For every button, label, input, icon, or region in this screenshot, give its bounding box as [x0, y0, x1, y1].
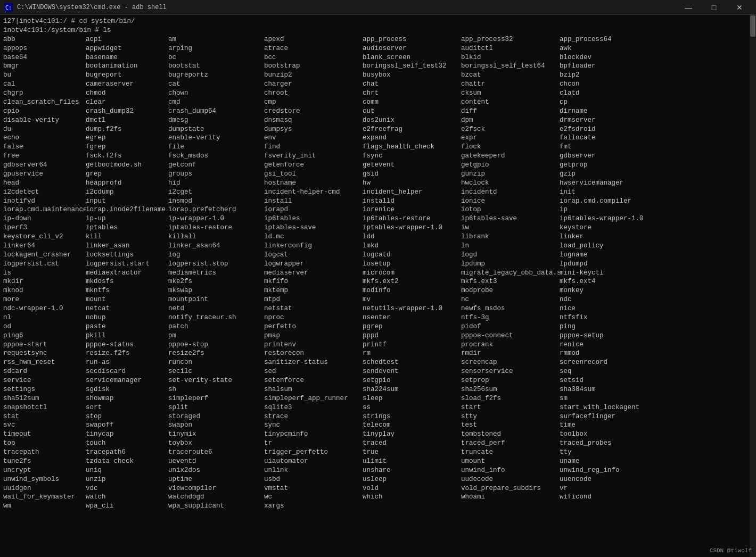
ls-item: printenv	[264, 340, 363, 350]
ls-item: linker64	[3, 242, 86, 251]
ls-item: iptables	[86, 223, 168, 232]
ls-item: keystore	[560, 223, 658, 232]
ls-item: gdbserver64	[3, 161, 86, 170]
ls-item: app_process64	[560, 35, 658, 44]
cmd-line-2: inotv4c101:/system/bin # ls	[3, 26, 753, 35]
ls-item: iperf3	[3, 223, 86, 232]
ls-item: traced	[363, 439, 461, 448]
ls-item: hwservicemanager	[560, 179, 658, 188]
ls-item: chmod	[86, 89, 168, 98]
ls-item: sgdisk	[86, 385, 168, 394]
ls-item: uudecode	[461, 475, 560, 484]
ls-item: tracepath	[3, 448, 86, 457]
maximize-button[interactable]: □	[702, 0, 726, 15]
ls-item: boringssl_self_test32	[363, 62, 461, 71]
ls-item: hid	[168, 179, 264, 188]
ls-item: netstat	[264, 304, 363, 313]
ls-item: sensorservice	[461, 367, 560, 376]
ls-item: vold_prepare_subdirs	[461, 484, 560, 493]
ls-item: mediametrics	[168, 269, 264, 278]
ls-item: pppoe-start	[3, 340, 86, 350]
ls-item: getenforce	[264, 161, 363, 170]
ls-item: tr	[264, 439, 363, 448]
ls-item: arping	[168, 44, 264, 53]
ls-item: printf	[363, 340, 461, 350]
ls-item: mediaextractor	[86, 269, 168, 278]
ls-item: mtpd	[264, 295, 363, 304]
ls-item: set-verity-state	[168, 376, 264, 385]
ls-item: fallocate	[560, 134, 658, 143]
ls-item: insmod	[168, 197, 264, 206]
ls-item: boringssl_self_test64	[461, 62, 560, 71]
ls-item: tinypcminfo	[264, 430, 363, 439]
ls-item: dos2unix	[363, 116, 461, 125]
ls-item: content	[461, 98, 560, 107]
ls-item: iotop	[461, 205, 560, 214]
title-bar-controls: — □ ✕	[676, 0, 752, 15]
ls-item: sha224sum	[363, 385, 461, 394]
ls-item: load_policy	[560, 242, 658, 251]
ls-item: gpuservice	[3, 170, 86, 179]
ls-item: migrate_legacy_obb_data.sh	[461, 269, 560, 278]
ls-item: paste	[86, 322, 168, 331]
ls-item: linkerconfig	[264, 242, 363, 251]
ls-item: pppoe-setup	[560, 331, 658, 340]
ls-item: comm	[363, 98, 461, 107]
scrollbar-thumb[interactable]	[750, 15, 755, 37]
ls-item: chroot	[264, 89, 363, 98]
ls-item: iptables-save	[264, 223, 363, 232]
ls-item: restorecon	[264, 349, 363, 358]
ls-item: ntfs-3g	[461, 313, 560, 322]
ls-item: chat	[363, 80, 461, 89]
ls-item: run-as	[86, 358, 168, 367]
ls-item: cksum	[461, 89, 560, 98]
watermark: CSDN @tiwolf	[710, 547, 752, 554]
ls-item: runcon	[168, 358, 264, 367]
ls-item: busybox	[363, 71, 461, 80]
ls-item: locksettings	[86, 251, 168, 260]
ls-item: iorenice	[363, 205, 461, 214]
ls-item: sanitizer-status	[264, 358, 363, 367]
ls-item: clean_scratch_files	[3, 98, 86, 107]
ls-item: nc	[461, 295, 560, 304]
ls-item: bootanimation	[86, 62, 168, 71]
ls-item: kill	[86, 232, 168, 242]
ls-item: rmmod	[560, 349, 658, 358]
ls-item: sm	[560, 394, 658, 403]
scrollbar[interactable]	[750, 15, 756, 557]
ls-item: pppd	[363, 331, 461, 340]
ls-item: traced_perf	[461, 439, 560, 448]
ls-item: dumpstate	[168, 125, 264, 134]
ls-item: ntfsfix	[560, 313, 658, 322]
minimize-button[interactable]: —	[676, 0, 701, 15]
ls-item: echo	[3, 134, 86, 143]
ls-item: iw	[461, 223, 560, 232]
ls-item: keystore_cli_v2	[3, 232, 86, 242]
ls-item: mkfs.ext2	[363, 277, 461, 286]
ls-item: du	[3, 125, 86, 134]
ls-item: tombstoned	[461, 430, 560, 439]
ls-item: librank	[461, 232, 560, 242]
ls-item: vmstat	[264, 484, 363, 493]
ls-item: unwind_reg_info	[560, 466, 658, 475]
ls-item: expr	[461, 134, 560, 143]
ls-item: monkey	[560, 286, 658, 295]
close-button[interactable]: ✕	[727, 0, 752, 15]
ls-item: unzip	[86, 475, 168, 484]
ls-item: installd	[363, 197, 461, 206]
ls-item: losetup	[363, 260, 461, 269]
ls-item: xargs	[264, 502, 363, 511]
ls-item: hostname	[264, 179, 363, 188]
ls-item: schedtest	[363, 358, 461, 367]
ls-item: lmkd	[363, 242, 461, 251]
cmd-line-1: 127|inotv4c101:/ # cd system/bin/	[3, 17, 753, 26]
ls-item: logwrapper	[264, 260, 363, 269]
ls-item: sed	[264, 367, 363, 376]
ls-item: acpi	[86, 35, 168, 44]
ls-item: dmctl	[86, 116, 168, 125]
ls-item: ulimit	[363, 457, 461, 466]
ls-item: getgpio	[461, 161, 560, 170]
ls-item: storaged	[168, 412, 264, 421]
ls-item: charger	[264, 80, 363, 89]
ls-item: gdbserver	[560, 152, 658, 161]
